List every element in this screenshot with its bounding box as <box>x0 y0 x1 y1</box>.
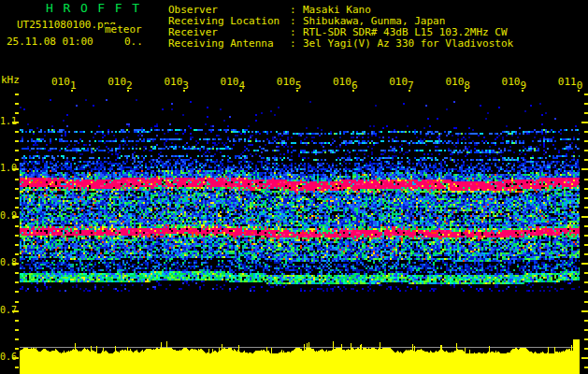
time-tick-label: 0102 <box>108 77 133 88</box>
freq-tick-label: 1.0 <box>0 163 17 174</box>
time-tick-mark <box>409 90 410 92</box>
freq-minor-tick <box>15 150 19 151</box>
freq-major-tick <box>581 310 588 312</box>
freq-tick-label: 0.6 <box>0 352 17 363</box>
field-colon: : <box>290 38 296 50</box>
freq-tick-label: 0.9 <box>0 210 17 222</box>
freq-minor-tick <box>584 225 588 227</box>
freq-minor-tick <box>15 320 19 322</box>
freq-minor-tick <box>584 320 588 322</box>
freq-minor-tick <box>584 131 588 133</box>
freq-minor-tick <box>15 207 19 209</box>
time-tick-label: 0101 <box>51 77 77 88</box>
field-label: Receiving Antenna <box>168 38 274 50</box>
freq-minor-tick <box>584 235 588 237</box>
time-tick-mark <box>352 90 354 92</box>
freq-major-tick <box>581 216 588 218</box>
time-tick-mark <box>183 90 185 92</box>
freq-minor-tick <box>584 291 588 293</box>
freq-minor-tick <box>15 329 19 331</box>
freq-minor-tick <box>15 131 19 133</box>
freq-minor-tick <box>584 179 588 180</box>
freq-major-tick <box>581 263 588 265</box>
freq-minor-tick <box>15 103 19 105</box>
freq-major-tick <box>581 122 588 123</box>
freq-minor-tick <box>15 281 19 283</box>
hrofft-spectrogram-image: H R O F F T UT2511080100.png meteor 25.1… <box>0 0 588 374</box>
freq-minor-tick <box>584 244 588 246</box>
time-tick-mark <box>296 90 298 92</box>
freq-minor-tick <box>15 301 19 303</box>
time-tick-mark <box>127 90 129 92</box>
freq-minor-tick <box>15 225 19 227</box>
signal-level-canvas <box>20 337 580 374</box>
freq-minor-tick <box>584 207 588 209</box>
freq-minor-tick <box>15 197 19 199</box>
freq-minor-tick <box>584 272 588 274</box>
time-tick-mark <box>578 90 580 92</box>
time-tick-label: 0103 <box>164 77 189 88</box>
freq-axis-unit: kHz <box>1 75 20 86</box>
freq-major-tick <box>581 168 588 170</box>
freq-minor-tick <box>584 159 588 161</box>
freq-minor-tick <box>584 367 588 368</box>
time-tick-label: 0110 <box>558 77 583 88</box>
freq-tick-label: 0.8 <box>0 257 17 268</box>
time-tick-label: 0107 <box>389 77 414 88</box>
time-tick-mark <box>240 90 242 92</box>
time-tick-label: 0108 <box>445 77 470 88</box>
freq-minor-tick <box>15 112 19 114</box>
freq-minor-tick <box>15 244 19 246</box>
freq-minor-tick <box>15 291 19 293</box>
freq-minor-tick <box>15 235 19 237</box>
time-tick-label: 0106 <box>333 77 358 88</box>
echo-counter: 0.. <box>124 36 143 48</box>
freq-minor-tick <box>15 367 19 368</box>
freq-minor-tick <box>584 150 588 151</box>
freq-minor-tick <box>584 281 588 283</box>
datetime-label: 25.11.08 01:00 <box>7 36 93 48</box>
time-tick-label: 0105 <box>277 77 302 88</box>
freq-minor-tick <box>584 253 588 255</box>
freq-major-tick <box>581 357 588 359</box>
freq-minor-tick <box>15 94 19 95</box>
field-value: 3el Yagi(V) Az 330 for Vladivostok <box>303 38 513 50</box>
freq-tick-label: 0.7 <box>0 305 17 316</box>
freq-minor-tick <box>15 188 19 190</box>
observation-label: meteor <box>105 24 142 36</box>
freq-minor-tick <box>584 140 588 142</box>
freq-minor-tick <box>584 188 588 190</box>
freq-minor-tick <box>584 338 588 340</box>
freq-minor-tick <box>584 103 588 105</box>
freq-minor-tick <box>584 94 588 95</box>
spectrogram-canvas <box>20 99 580 292</box>
freq-minor-tick <box>15 348 19 350</box>
freq-minor-tick <box>15 140 19 142</box>
freq-minor-tick <box>15 179 19 180</box>
freq-minor-tick <box>584 112 588 114</box>
freq-minor-tick <box>584 301 588 303</box>
freq-minor-tick <box>15 272 19 274</box>
freq-minor-tick <box>584 329 588 331</box>
app-title: H R O F F T <box>46 3 141 14</box>
freq-minor-tick <box>584 348 588 350</box>
output-filename: UT2511080100.png <box>17 20 116 31</box>
time-tick-mark <box>71 90 73 92</box>
time-tick-label: 0109 <box>502 77 527 88</box>
time-tick-mark <box>522 90 523 92</box>
freq-minor-tick <box>15 159 19 161</box>
freq-minor-tick <box>584 197 588 199</box>
freq-tick-label: 1.1 <box>0 116 17 127</box>
freq-minor-tick <box>15 253 19 255</box>
time-tick-label: 0104 <box>221 77 246 88</box>
time-tick-mark <box>465 90 466 92</box>
freq-minor-tick <box>15 338 19 340</box>
